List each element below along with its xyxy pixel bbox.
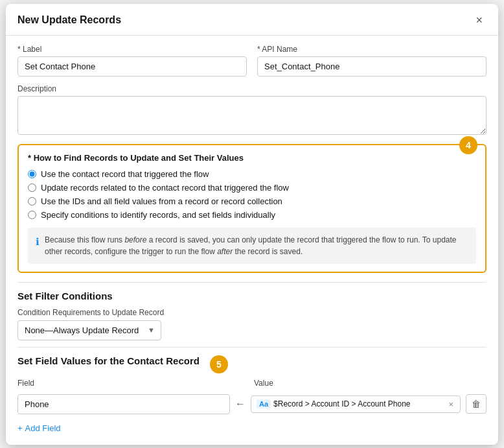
find-records-label: * How to Find Records to Update and Set … <box>28 153 476 163</box>
radio-group: Use the contact record that triggered th… <box>28 169 476 220</box>
add-field-label: Add Field <box>25 423 61 433</box>
label-api-row: * Label * API Name <box>17 45 487 77</box>
label-field-label: * Label <box>17 45 247 54</box>
api-name-group: * API Name <box>257 45 487 77</box>
pill-close-button[interactable]: × <box>447 399 455 409</box>
modal: New Update Records × * Label * API Name … <box>6 4 498 445</box>
radio-label-1: Use the contact record that triggered th… <box>41 169 209 179</box>
close-button[interactable]: × <box>472 13 487 27</box>
info-text: Because this flow runs before a record i… <box>45 234 468 257</box>
field-row: ← Aa $Record > Account ID > Account Phon… <box>17 394 487 414</box>
field-values-badge: 5 <box>210 355 228 373</box>
modal-title: New Update Records <box>17 14 121 26</box>
field-input[interactable] <box>17 394 230 414</box>
field-values-divider <box>17 347 487 348</box>
value-column-label: Value <box>254 379 459 388</box>
radio-input-1[interactable] <box>28 170 36 178</box>
radio-input-3[interactable] <box>28 197 36 206</box>
label-input[interactable] <box>17 56 247 77</box>
filter-section: Set Filter Conditions Condition Requirem… <box>17 290 487 340</box>
api-name-input[interactable] <box>257 56 487 77</box>
modal-body: * Label * API Name Description * How to … <box>6 36 498 445</box>
pill-text: $Record > Account ID > Account Phone <box>273 399 444 408</box>
radio-option-2[interactable]: Update records related to the contact re… <box>28 183 476 193</box>
delete-row-button[interactable]: 🗑 <box>466 394 487 414</box>
radio-input-2[interactable] <box>28 183 36 192</box>
plus-icon: + <box>17 423 23 433</box>
radio-label-3: Use the IDs and all field values from a … <box>41 196 282 206</box>
trash-icon: 🗑 <box>472 399 481 409</box>
label-group: * Label <box>17 45 247 77</box>
field-values-title: Set Field Values for the Contact Record <box>17 355 200 366</box>
find-records-section: * How to Find Records to Update and Set … <box>17 144 487 273</box>
field-column-label: Field <box>17 379 223 388</box>
radio-label-2: Update records related to the contact re… <box>41 183 289 193</box>
condition-select-wrapper: None—Always Update Record All Conditions… <box>17 320 161 340</box>
api-name-label: * API Name <box>257 45 487 54</box>
radio-option-3[interactable]: Use the IDs and all field values from a … <box>28 196 476 206</box>
value-pill: Aa $Record > Account ID > Account Phone … <box>251 395 461 413</box>
info-box: ℹ Because this flow runs before a record… <box>28 228 476 264</box>
radio-input-4[interactable] <box>28 211 36 219</box>
pill-type-icon: Aa <box>257 399 271 408</box>
info-icon: ℹ <box>36 235 40 250</box>
field-values-section: Set Field Values for the Contact Record … <box>17 355 487 436</box>
radio-option-1[interactable]: Use the contact record that triggered th… <box>28 169 476 179</box>
find-records-badge: 4 <box>459 136 477 154</box>
filter-section-title: Set Filter Conditions <box>17 290 487 301</box>
filter-divider <box>17 282 487 283</box>
description-label: Description <box>17 84 487 93</box>
description-group: Description <box>17 84 487 135</box>
modal-header: New Update Records × <box>6 4 498 36</box>
condition-requirements-label: Condition Requirements to Update Record <box>17 308 487 317</box>
description-textarea[interactable] <box>17 96 487 135</box>
arrow-icon: ← <box>235 398 246 410</box>
field-row-labels: Field Value <box>17 379 487 388</box>
radio-label-4: Specify conditions to identify records, … <box>41 210 275 220</box>
add-field-button[interactable]: + Add Field <box>17 421 61 436</box>
radio-option-4[interactable]: Specify conditions to identify records, … <box>28 210 476 220</box>
condition-select[interactable]: None—Always Update Record All Conditions… <box>17 320 161 340</box>
